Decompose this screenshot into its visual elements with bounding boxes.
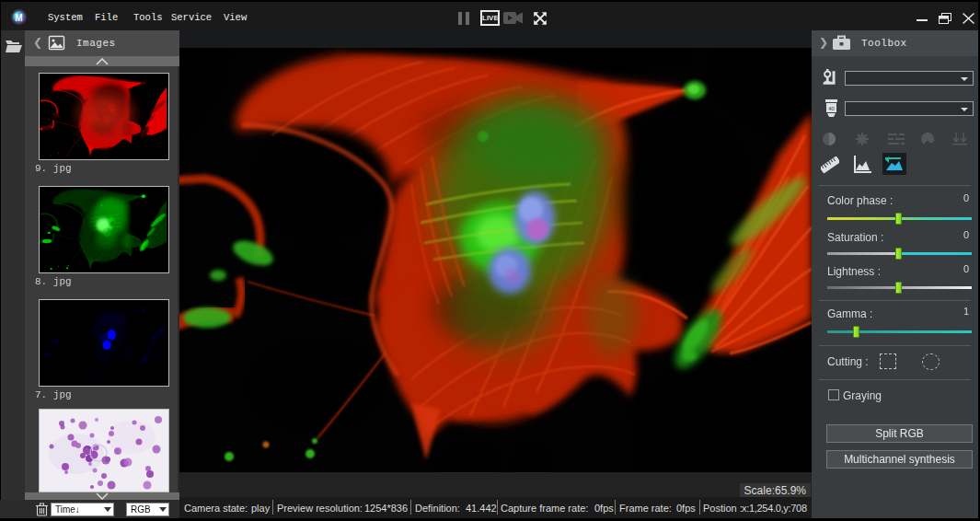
svg-text:40: 40: [828, 106, 835, 111]
